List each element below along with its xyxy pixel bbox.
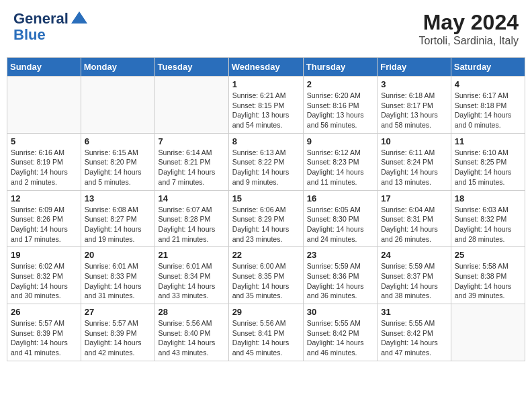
- day-number: 21: [159, 250, 225, 260]
- logo-blue: Blue: [13, 27, 89, 43]
- day-detail-line: and 2 minutes.: [11, 177, 77, 187]
- day-detail-line: Sunrise: 6:06 AM: [232, 205, 300, 215]
- calendar-day-cell: 20Sunrise: 6:01 AMSunset: 8:33 PMDayligh…: [81, 247, 154, 304]
- day-detail-line: Sunset: 8:39 PM: [11, 328, 77, 338]
- day-detail-line: Sunset: 8:17 PM: [381, 101, 447, 111]
- day-detail-line: Sunrise: 6:05 AM: [307, 205, 373, 215]
- calendar-day-cell: 12Sunrise: 6:09 AMSunset: 8:26 PMDayligh…: [7, 190, 81, 247]
- day-info: Sunrise: 6:00 AMSunset: 8:35 PMDaylight:…: [232, 261, 300, 301]
- day-number: 14: [159, 193, 225, 203]
- day-detail-line: Sunrise: 6:01 AM: [85, 261, 151, 271]
- calendar-day-cell: 13Sunrise: 6:08 AMSunset: 8:27 PMDayligh…: [81, 190, 154, 247]
- calendar-day-cell: 3Sunrise: 6:18 AMSunset: 8:17 PMDaylight…: [378, 77, 451, 134]
- day-detail-line: Sunset: 8:30 PM: [307, 214, 373, 224]
- day-detail-line: Daylight: 14 hours: [455, 110, 521, 120]
- calendar-day-cell: 26Sunrise: 5:57 AMSunset: 8:39 PMDayligh…: [7, 304, 81, 361]
- calendar-header-row: Sunday Monday Tuesday Wednesday Thursday…: [7, 58, 525, 77]
- day-detail-line: Sunrise: 6:18 AM: [381, 91, 447, 101]
- day-detail-line: and 47 minutes.: [381, 348, 447, 358]
- day-detail-line: Daylight: 13 hours: [381, 110, 447, 120]
- day-detail-line: and 0 minutes.: [455, 120, 521, 130]
- day-detail-line: Daylight: 14 hours: [232, 338, 300, 348]
- logo: General Blue: [13, 10, 89, 43]
- col-monday: Monday: [81, 58, 154, 77]
- day-number: 25: [455, 250, 521, 260]
- col-sunday: Sunday: [7, 58, 81, 77]
- day-detail-line: Daylight: 14 hours: [159, 167, 225, 177]
- calendar-day-cell: 10Sunrise: 6:11 AMSunset: 8:24 PMDayligh…: [378, 133, 451, 190]
- day-detail-line: and 26 minutes.: [381, 234, 447, 244]
- day-detail-line: Daylight: 13 hours: [307, 110, 373, 120]
- day-detail-line: Sunrise: 6:00 AM: [232, 261, 300, 271]
- calendar-day-cell: 19Sunrise: 6:02 AMSunset: 8:32 PMDayligh…: [7, 247, 81, 304]
- day-info: Sunrise: 6:09 AMSunset: 8:26 PMDaylight:…: [11, 205, 77, 244]
- day-number: 2: [307, 79, 373, 89]
- calendar-day-cell: 21Sunrise: 6:01 AMSunset: 8:34 PMDayligh…: [154, 247, 228, 304]
- day-detail-line: Daylight: 14 hours: [455, 167, 521, 177]
- day-number: 31: [381, 307, 447, 317]
- day-number: 28: [159, 307, 225, 317]
- day-detail-line: Sunrise: 5:57 AM: [85, 318, 151, 328]
- calendar-day-cell: 6Sunrise: 6:15 AMSunset: 8:20 PMDaylight…: [81, 133, 154, 190]
- day-detail-line: and 33 minutes.: [159, 291, 225, 301]
- day-number: 9: [307, 136, 373, 146]
- title-block: May 2024 Tortoli, Sardinia, Italy: [418, 10, 519, 47]
- calendar-day-cell: 11Sunrise: 6:10 AMSunset: 8:25 PMDayligh…: [451, 133, 525, 190]
- day-detail-line: and 36 minutes.: [307, 291, 373, 301]
- day-detail-line: Daylight: 14 hours: [159, 224, 225, 234]
- day-detail-line: Sunset: 8:18 PM: [455, 101, 521, 111]
- day-detail-line: Sunset: 8:37 PM: [381, 271, 447, 281]
- day-detail-line: and 17 minutes.: [11, 234, 77, 244]
- day-detail-line: Sunset: 8:35 PM: [232, 271, 300, 281]
- day-detail-line: and 30 minutes.: [11, 291, 77, 301]
- day-info: Sunrise: 5:56 AMSunset: 8:40 PMDaylight:…: [159, 318, 225, 358]
- day-detail-line: and 46 minutes.: [307, 348, 373, 358]
- day-detail-line: Sunset: 8:34 PM: [159, 271, 225, 281]
- day-detail-line: Sunset: 8:15 PM: [232, 101, 300, 111]
- day-info: Sunrise: 5:59 AMSunset: 8:36 PMDaylight:…: [307, 261, 373, 301]
- calendar-day-cell: 25Sunrise: 5:58 AMSunset: 8:38 PMDayligh…: [451, 247, 525, 304]
- day-detail-line: Sunrise: 6:21 AM: [232, 91, 300, 101]
- day-info: Sunrise: 6:16 AMSunset: 8:19 PMDaylight:…: [11, 148, 77, 187]
- day-detail-line: Sunset: 8:32 PM: [11, 271, 77, 281]
- day-detail-line: Sunrise: 6:07 AM: [159, 205, 225, 215]
- day-detail-line: and 24 minutes.: [307, 234, 373, 244]
- calendar-day-cell: 23Sunrise: 5:59 AMSunset: 8:36 PMDayligh…: [303, 247, 377, 304]
- page-header: General Blue May 2024 Tortoli, Sardinia,…: [7, 7, 525, 50]
- day-detail-line: Sunrise: 6:09 AM: [11, 205, 77, 215]
- calendar-day-cell: 5Sunrise: 6:16 AMSunset: 8:19 PMDaylight…: [7, 133, 81, 190]
- day-number: 23: [307, 250, 373, 260]
- day-detail-line: Sunset: 8:33 PM: [85, 271, 151, 281]
- day-number: 12: [11, 193, 77, 203]
- day-detail-line: Sunrise: 5:55 AM: [307, 318, 373, 328]
- day-detail-line: Sunrise: 5:58 AM: [455, 261, 521, 271]
- day-detail-line: Sunrise: 6:08 AM: [85, 205, 151, 215]
- calendar-day-cell: 16Sunrise: 6:05 AMSunset: 8:30 PMDayligh…: [303, 190, 377, 247]
- calendar-day-cell: [7, 77, 81, 134]
- day-number: 18: [455, 193, 521, 203]
- day-number: 20: [85, 250, 151, 260]
- calendar-day-cell: 9Sunrise: 6:12 AMSunset: 8:23 PMDaylight…: [303, 133, 377, 190]
- day-detail-line: Sunset: 8:16 PM: [307, 101, 373, 111]
- day-number: 29: [232, 307, 300, 317]
- calendar-day-cell: 4Sunrise: 6:17 AMSunset: 8:18 PMDaylight…: [451, 77, 525, 134]
- day-detail-line: Daylight: 14 hours: [11, 338, 77, 348]
- calendar-day-cell: 17Sunrise: 6:04 AMSunset: 8:31 PMDayligh…: [378, 190, 451, 247]
- calendar-day-cell: 8Sunrise: 6:13 AMSunset: 8:22 PMDaylight…: [228, 133, 303, 190]
- day-number: 5: [11, 136, 77, 146]
- day-detail-line: Daylight: 14 hours: [381, 224, 447, 234]
- day-detail-line: and 23 minutes.: [232, 234, 300, 244]
- day-detail-line: and 41 minutes.: [11, 348, 77, 358]
- day-info: Sunrise: 6:10 AMSunset: 8:25 PMDaylight:…: [455, 148, 521, 187]
- day-detail-line: and 28 minutes.: [455, 234, 521, 244]
- col-thursday: Thursday: [303, 58, 377, 77]
- day-info: Sunrise: 6:18 AMSunset: 8:17 PMDaylight:…: [381, 91, 447, 130]
- day-number: 22: [232, 250, 300, 260]
- day-number: 16: [307, 193, 373, 203]
- day-info: Sunrise: 5:59 AMSunset: 8:37 PMDaylight:…: [381, 261, 447, 301]
- day-detail-line: Sunrise: 6:17 AM: [455, 91, 521, 101]
- day-info: Sunrise: 6:06 AMSunset: 8:29 PMDaylight:…: [232, 205, 300, 244]
- day-info: Sunrise: 6:17 AMSunset: 8:18 PMDaylight:…: [455, 91, 521, 130]
- calendar-week-row: 5Sunrise: 6:16 AMSunset: 8:19 PMDaylight…: [7, 133, 525, 190]
- calendar-day-cell: 18Sunrise: 6:03 AMSunset: 8:32 PMDayligh…: [451, 190, 525, 247]
